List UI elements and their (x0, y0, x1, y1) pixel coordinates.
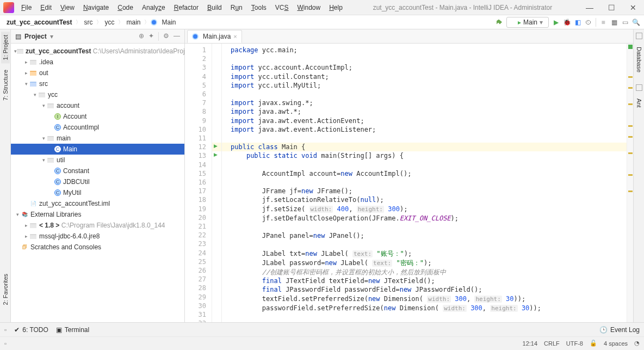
close-tab-icon[interactable]: × (233, 33, 237, 40)
menu-navigate[interactable]: Navigate (79, 2, 113, 13)
breadcrumb: zut_ycc_accountTest〉 src〉 ycc〉 main〉 Mai… (4, 17, 178, 27)
tool-tab-eventlog[interactable]: 🕒 Event Log (599, 326, 640, 334)
caret-position[interactable]: 12:14 (523, 340, 538, 347)
minimize-button[interactable]: — (579, 0, 600, 15)
app-icon (3, 2, 14, 13)
window-title: zut_ycc_accountTest - Main.java - Intell… (346, 4, 579, 11)
menu-analyze[interactable]: Analyze (138, 2, 169, 13)
project-tree[interactable]: zut_ycc_accountTest C:\Users\Administrat… (11, 44, 184, 322)
project-view-icon: ▤ (15, 33, 21, 40)
crumb-main[interactable]: main (125, 17, 143, 27)
editor-tab-main[interactable]: Main.java × (187, 30, 242, 43)
maximize-button[interactable]: ☐ (600, 0, 622, 15)
tool-tab-todo[interactable]: ✔ 6: TODO (14, 326, 48, 334)
menu-tools[interactable]: Tools (247, 2, 270, 13)
tree-item-selected: CMain (11, 144, 184, 155)
debug-button[interactable]: 🐞 (563, 19, 571, 26)
menu-run[interactable]: Run (227, 2, 246, 13)
crumb-project[interactable]: zut_ycc_accountTest (4, 17, 75, 27)
main-menu: File Edit View Navigate Code Analyze Ref… (17, 2, 346, 13)
menu-refactor[interactable]: Refactor (170, 2, 202, 13)
menu-code[interactable]: Code (114, 2, 137, 13)
stripe-handle-icon[interactable] (636, 33, 642, 39)
settings-icon[interactable]: ⚙ (163, 32, 169, 41)
menu-help[interactable]: Help (325, 2, 346, 13)
status-message: ▫ (4, 340, 7, 347)
tool-tab-favorites[interactable]: 2: Favorites (1, 271, 10, 308)
memory-indicator[interactable]: ◔ (634, 340, 640, 347)
crumb-file[interactable]: Main (160, 17, 178, 27)
layout-button[interactable]: ▦ (610, 19, 618, 26)
tool-tab-structure[interactable]: 7: Structure (1, 66, 10, 104)
menu-vcs[interactable]: VCS (271, 2, 293, 13)
readonly-icon[interactable]: 🔓 (590, 340, 597, 347)
crumb-ycc[interactable]: ycc (103, 17, 117, 27)
build-button[interactable] (496, 19, 503, 26)
avd-button[interactable]: ▭ (621, 19, 629, 26)
expand-all-icon[interactable]: ✦ (148, 32, 154, 41)
menu-edit[interactable]: Edit (36, 2, 55, 13)
tool-tab-database[interactable]: Database (635, 44, 643, 76)
stripe-handle-icon[interactable] (636, 84, 642, 91)
bottom-corner-icon[interactable]: ▫ (4, 326, 7, 334)
run-gutter-icon[interactable]: ▶ (214, 152, 218, 157)
crumb-src[interactable]: src (82, 17, 95, 27)
code-editor[interactable]: package ycc.main; import ycc.account.Acc… (222, 44, 627, 322)
indent-info[interactable]: 4 spaces (604, 340, 628, 347)
coverage-button[interactable]: ◧ (574, 19, 581, 26)
file-encoding[interactable]: UTF-8 (566, 340, 583, 347)
menu-build[interactable]: Build (203, 2, 226, 13)
icon-gutter[interactable]: ▶ ▶ (212, 44, 222, 322)
run-config-select[interactable]: ▸ Main ▾ (506, 17, 549, 28)
tool-tab-project[interactable]: 1: Project (1, 32, 10, 63)
class-icon (151, 19, 157, 26)
tool-tab-terminal[interactable]: ▣ Terminal (56, 326, 89, 334)
run-gutter-icon[interactable]: ▶ (214, 143, 218, 149)
tool-tab-ant[interactable]: Ant (635, 95, 643, 111)
stop-button[interactable]: ■ (599, 19, 607, 26)
inspection-ok-icon (628, 45, 633, 49)
search-everywhere-button[interactable]: 🔍 (632, 19, 640, 26)
hide-icon[interactable]: — (174, 32, 180, 41)
menu-file[interactable]: File (17, 2, 35, 13)
class-icon (192, 33, 199, 40)
line-separator[interactable]: CRLF (544, 340, 560, 347)
error-stripe[interactable] (627, 44, 633, 322)
run-button[interactable]: ▶ (552, 19, 560, 26)
gutter[interactable]: 1234567891011121314151617181920212223242… (185, 44, 212, 322)
close-button[interactable]: ✕ (622, 0, 644, 15)
menu-view[interactable]: View (57, 2, 78, 13)
menu-window[interactable]: Window (293, 2, 324, 13)
profile-button[interactable]: ⏲ (585, 19, 592, 26)
select-opened-icon[interactable]: ⊕ (139, 32, 144, 41)
project-view-title[interactable]: Project (24, 33, 47, 40)
